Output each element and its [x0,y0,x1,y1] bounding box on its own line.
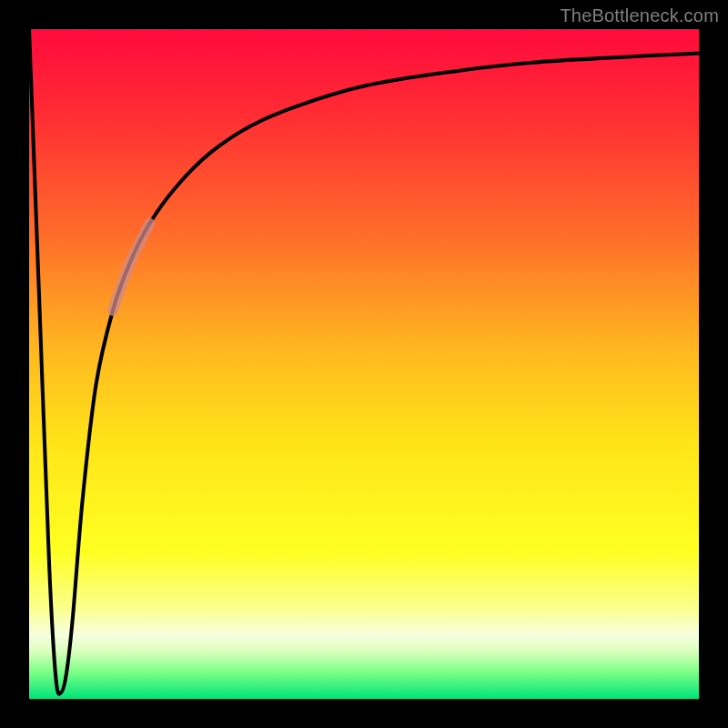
plot-area [29,29,699,699]
chart-frame: TheBottleneck.com [0,0,728,728]
curve-layer [29,29,699,699]
watermark-text: TheBottleneck.com [560,5,719,25]
watermark: TheBottleneck.com [560,5,719,26]
highlight-segment [113,223,149,310]
bottleneck-curve [29,29,699,694]
